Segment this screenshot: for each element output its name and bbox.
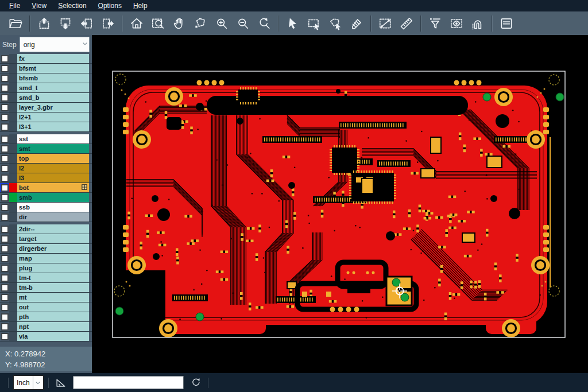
checkbox[interactable] bbox=[1, 226, 9, 233]
layer-name[interactable]: sst bbox=[17, 134, 89, 143]
layer-visibility-checkbox[interactable] bbox=[0, 283, 9, 292]
checkbox[interactable] bbox=[1, 75, 9, 82]
checkbox[interactable] bbox=[1, 135, 9, 143]
angle-measure-icon[interactable] bbox=[53, 375, 68, 390]
layer-color-swatch[interactable] bbox=[9, 154, 17, 163]
layer-row-bot[interactable]: bot bbox=[0, 183, 92, 193]
layer-name[interactable]: bfsmt bbox=[17, 64, 89, 73]
layer-list-panel-button[interactable] bbox=[496, 13, 517, 34]
checkbox[interactable] bbox=[1, 304, 9, 311]
menu-file[interactable]: File bbox=[3, 1, 26, 11]
layer-name[interactable]: target bbox=[17, 234, 89, 243]
pcb-drawing[interactable]: cursor-crosshair bbox=[92, 35, 588, 373]
layer-name[interactable]: fx bbox=[17, 54, 89, 63]
checkbox[interactable] bbox=[1, 165, 9, 172]
checkbox[interactable] bbox=[1, 333, 9, 340]
checkbox[interactable] bbox=[1, 94, 9, 102]
checkbox[interactable] bbox=[1, 123, 9, 131]
layer-name[interactable]: l2 bbox=[17, 164, 89, 173]
layer-color-swatch[interactable] bbox=[9, 134, 17, 143]
layer-name[interactable]: tm-b bbox=[17, 283, 89, 292]
layer-visibility-checkbox[interactable] bbox=[0, 73, 9, 83]
layer-row-fx[interactable]: fx bbox=[0, 54, 92, 64]
layer-color-swatch[interactable] bbox=[9, 212, 17, 222]
layer-name[interactable]: tm-t bbox=[17, 273, 89, 282]
layer-visibility-checkbox[interactable] bbox=[0, 203, 9, 212]
layer-visibility-checkbox[interactable] bbox=[0, 122, 9, 131]
layer-visibility-checkbox[interactable] bbox=[0, 224, 9, 234]
layer-name[interactable]: map bbox=[17, 254, 89, 263]
layer-row-out[interactable]: out bbox=[0, 302, 92, 312]
zoom-window-button[interactable] bbox=[147, 13, 168, 34]
home-view-button[interactable] bbox=[126, 13, 147, 34]
layer-color-swatch[interactable] bbox=[9, 234, 17, 243]
layer-row-plug[interactable]: plug bbox=[0, 263, 92, 273]
layer-visibility-checkbox[interactable] bbox=[0, 144, 9, 153]
zoom-previous-button[interactable] bbox=[253, 13, 274, 34]
layer-color-swatch[interactable] bbox=[9, 144, 17, 153]
layer-visibility-checkbox[interactable] bbox=[0, 212, 9, 222]
layer-row-l2+1[interactable]: l2+1 bbox=[0, 112, 92, 122]
layer-name[interactable]: smb bbox=[17, 193, 89, 202]
layer-row-smt[interactable]: smt bbox=[0, 144, 92, 154]
menu-selection[interactable]: Selection bbox=[52, 1, 92, 11]
layer-color-swatch[interactable] bbox=[9, 193, 17, 202]
layer-visibility-checkbox[interactable] bbox=[0, 154, 9, 163]
layer-name[interactable]: pth bbox=[17, 312, 89, 321]
layer-color-swatch[interactable] bbox=[9, 83, 17, 92]
open-file-button[interactable] bbox=[5, 13, 26, 34]
layer-name[interactable]: top bbox=[17, 154, 89, 163]
select-rectangle-button[interactable] bbox=[303, 13, 324, 34]
checkbox[interactable] bbox=[1, 255, 9, 262]
layer-row-tm-b[interactable]: tm-b bbox=[0, 283, 92, 293]
layer-name[interactable]: npt bbox=[17, 322, 89, 331]
layer-color-swatch[interactable] bbox=[9, 54, 17, 63]
layer-name[interactable]: out bbox=[17, 302, 89, 312]
layer-visibility-checkbox[interactable] bbox=[0, 103, 9, 112]
layer-color-swatch[interactable] bbox=[9, 203, 17, 212]
layer-visibility-checkbox[interactable] bbox=[0, 93, 9, 102]
layer-visibility-checkbox[interactable] bbox=[0, 302, 9, 312]
move-up-button[interactable] bbox=[33, 13, 55, 34]
checkbox[interactable] bbox=[1, 245, 9, 253]
layer-color-swatch[interactable] bbox=[9, 244, 17, 253]
select-pointer-button[interactable] bbox=[282, 13, 303, 34]
layer-color-swatch[interactable] bbox=[9, 312, 17, 321]
layer-name[interactable]: plug bbox=[17, 263, 89, 273]
ruler-button[interactable] bbox=[396, 13, 417, 34]
layer-color-swatch[interactable] bbox=[9, 273, 17, 282]
checkbox[interactable] bbox=[1, 284, 9, 292]
layer-row-smb[interactable]: smb bbox=[0, 193, 92, 203]
layer-color-swatch[interactable] bbox=[9, 224, 17, 234]
layer-color-swatch[interactable] bbox=[9, 254, 17, 263]
layer-color-swatch[interactable] bbox=[9, 332, 17, 341]
checkbox[interactable] bbox=[1, 84, 9, 92]
layer-color-swatch[interactable] bbox=[9, 263, 17, 273]
layer-row-top[interactable]: top bbox=[0, 154, 92, 164]
layer-row-dirgerber[interactable]: dirgerber bbox=[0, 244, 92, 254]
layer-visibility-checkbox[interactable] bbox=[0, 332, 9, 341]
layer-color-swatch[interactable] bbox=[9, 293, 17, 302]
show-selection-button[interactable] bbox=[446, 13, 467, 34]
layer-row-l2[interactable]: l2 bbox=[0, 164, 92, 173]
layer-visibility-checkbox[interactable] bbox=[0, 64, 9, 73]
layer-visibility-checkbox[interactable] bbox=[0, 193, 9, 202]
move-right-button[interactable] bbox=[97, 13, 118, 34]
layer-visibility-checkbox[interactable] bbox=[0, 263, 9, 273]
step-select[interactable]: orig bbox=[20, 37, 90, 52]
units-select[interactable]: Inch bbox=[13, 375, 44, 390]
checkbox[interactable] bbox=[1, 194, 9, 201]
layer-row-pth[interactable]: pth bbox=[0, 312, 92, 322]
move-left-button[interactable] bbox=[76, 13, 97, 34]
layer-visibility-checkbox[interactable] bbox=[0, 112, 9, 122]
layer-color-swatch[interactable] bbox=[9, 112, 17, 122]
layer-row-ssb[interactable]: ssb bbox=[0, 203, 92, 212]
layer-visibility-checkbox[interactable] bbox=[0, 273, 9, 282]
layer-visibility-checkbox[interactable] bbox=[0, 83, 9, 92]
layer-color-swatch[interactable] bbox=[9, 122, 17, 131]
clean-brush-button[interactable] bbox=[346, 13, 367, 34]
checkbox[interactable] bbox=[1, 274, 9, 282]
layer-visibility-checkbox[interactable] bbox=[0, 183, 9, 192]
zoom-in-button[interactable] bbox=[211, 13, 232, 34]
layer-row-l3[interactable]: l3 bbox=[0, 173, 92, 183]
